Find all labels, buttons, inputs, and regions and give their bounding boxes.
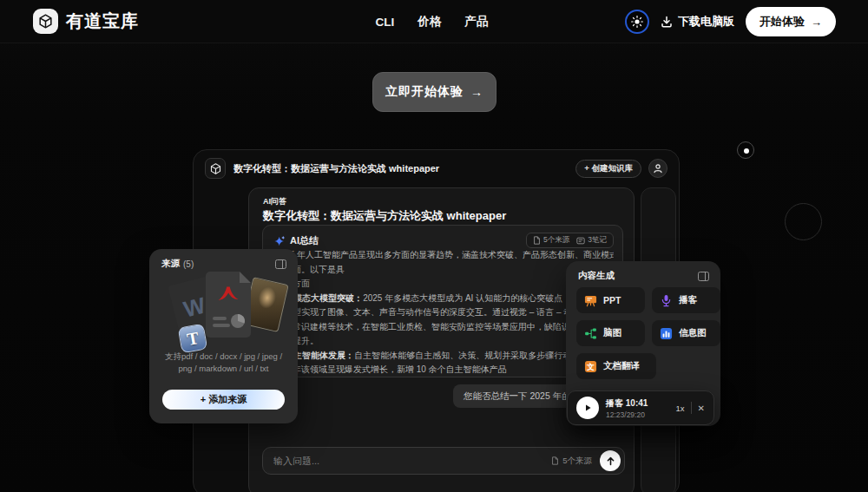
doc-title: 数字化转型：数据运营与方法论实战 whitepaper: [263, 208, 506, 224]
brand-logo-icon: [33, 9, 58, 34]
player-time: 12:23/29:20: [606, 410, 648, 419]
podcast-player: 播客 10:41 12:23/29:20 1x ✕: [567, 390, 714, 425]
nav-cli[interactable]: CLI: [376, 16, 395, 29]
sources-panel-header: 来源 (5): [149, 249, 298, 270]
source-files-collage: W T: [149, 268, 298, 351]
panel-toggle-icon[interactable]: [275, 259, 286, 269]
notes-badge[interactable]: 3笔记: [576, 235, 607, 246]
page-fold: [240, 272, 251, 283]
generate-grid: PPT 播客: [576, 287, 720, 379]
start-experience-label: 开始体验: [760, 14, 805, 30]
sun-icon: [631, 16, 643, 28]
create-knowledge-base-button[interactable]: + 创建知识库: [575, 160, 641, 178]
divider: [691, 402, 692, 414]
infographic-icon: [660, 327, 673, 340]
nav-pricing[interactable]: 价格: [418, 14, 441, 30]
doc-line: [213, 317, 227, 320]
player-meta: 播客 10:41 12:23/29:20: [606, 397, 648, 419]
ai-summary-title: AI总结: [290, 234, 319, 247]
pdf-thumbnail: [206, 272, 251, 338]
nav-product[interactable]: 产品: [464, 14, 488, 30]
generate-mindmap-button[interactable]: 脑图: [576, 320, 645, 346]
generate-ppt-button[interactable]: PPT: [576, 287, 645, 313]
hero-start-label: 立即开始体验: [385, 84, 464, 100]
brand[interactable]: 有道宝库: [33, 9, 139, 34]
user-avatar[interactable]: [648, 159, 667, 178]
decor-dot-ring: [737, 141, 754, 159]
summary-badges: 5个来源 3笔记: [526, 233, 614, 248]
generate-panel-header: 内容生成: [566, 261, 720, 282]
generate-infographic-button[interactable]: 信息图: [652, 320, 720, 346]
arrow-right-icon: →: [470, 85, 483, 99]
main-nav: CLI 价格 产品: [376, 0, 489, 43]
arrow-right-icon: →: [811, 16, 822, 29]
svg-text:文: 文: [586, 362, 595, 371]
question-input-bar[interactable]: 5个来源: [262, 447, 625, 475]
close-player-button[interactable]: ✕: [698, 403, 705, 413]
app-window-header: 数字化转型：数据运营与方法论实战 whitepaper + 创建知识库: [194, 150, 679, 187]
playback-speed[interactable]: 1x: [676, 403, 685, 413]
decor-circle: [785, 203, 822, 240]
file-icon: [551, 456, 559, 465]
doc-line: [213, 324, 230, 327]
page: 有道宝库 CLI 价格 产品: [0, 0, 868, 492]
panel-toggle-icon[interactable]: [698, 272, 709, 281]
sources-badge[interactable]: 5个来源: [533, 235, 569, 246]
mindmap-icon: [584, 327, 597, 340]
add-source-button[interactable]: + 添加来源: [162, 390, 285, 410]
supported-formats: 支持pdf / doc / docx / jpg / jpeg / png / …: [149, 351, 298, 375]
generate-doc-translate-button[interactable]: 文 文档翻译: [576, 353, 656, 379]
note-icon: [576, 237, 585, 245]
app-logo-icon: [205, 158, 226, 179]
sparkle-icon: [274, 235, 286, 246]
player-controls: 1x ✕: [676, 402, 705, 414]
generate-title: 内容生成: [578, 270, 615, 282]
ai-summary-text: 2025 年人工智能产品呈现出多方面的显著趋势，涵盖技术突破、产品形态创新、商业…: [275, 248, 614, 377]
start-experience-button[interactable]: 开始体验 →: [746, 7, 836, 36]
theme-toggle-button[interactable]: [625, 10, 649, 34]
window-actions: + 创建知识库: [575, 159, 667, 178]
sources-panel: 来源 (5) W T: [149, 249, 298, 423]
brand-name: 有道宝库: [66, 10, 139, 33]
download-label: 下载电脑版: [678, 14, 734, 30]
doc-translate-icon: 文: [584, 360, 597, 373]
download-icon: [661, 16, 673, 28]
window-title: 数字化转型：数据运营与方法论实战 whitepaper: [233, 162, 439, 175]
arrow-up-icon: [606, 456, 615, 466]
nav-right: 下载电脑版 开始体验 →: [625, 0, 836, 43]
tab-ai-qa[interactable]: AI问答: [263, 196, 286, 207]
generate-podcast-button[interactable]: 播客: [652, 287, 720, 313]
microphone-icon: [660, 294, 673, 307]
input-sources-badge[interactable]: 5个来源: [551, 456, 592, 467]
play-icon: [583, 403, 592, 412]
ai-summary-header: AI总结 5个来源 3笔记: [263, 226, 622, 248]
pie-chart-icon: [230, 313, 246, 329]
download-desktop-link[interactable]: 下载电脑版: [661, 14, 734, 30]
question-input[interactable]: [273, 456, 551, 466]
ppt-icon: [584, 294, 597, 307]
send-button[interactable]: [600, 450, 621, 471]
play-button[interactable]: [576, 397, 599, 419]
pdf-logo-icon: [216, 284, 240, 303]
hero-start-button[interactable]: 立即开始体验 →: [372, 72, 496, 112]
text-file-icon: T: [178, 324, 208, 354]
sources-count: (5): [183, 259, 194, 269]
person-icon: [653, 163, 663, 174]
top-nav: 有道宝库 CLI 价格 产品: [0, 0, 868, 43]
player-title: 播客 10:41: [606, 397, 648, 410]
file-icon: [533, 236, 541, 245]
